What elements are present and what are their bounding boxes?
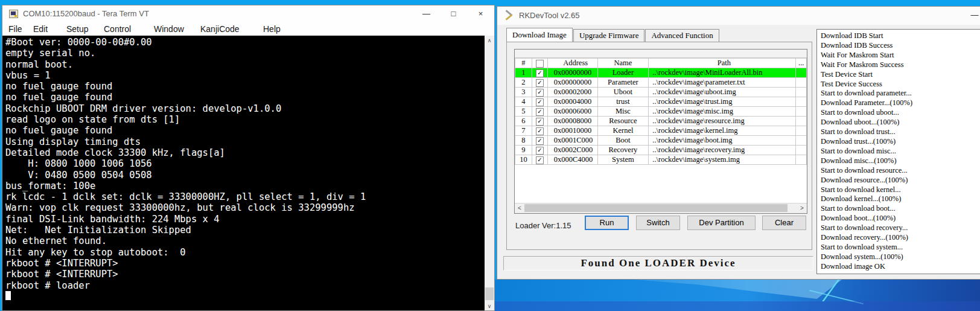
row-checkbox-cell[interactable]: ✓ [532,155,547,165]
row-checkbox-cell[interactable]: ✓ [532,126,547,136]
menu-help[interactable]: Help [263,22,281,36]
table-cell: Boot [597,136,649,146]
terminal-line: Net: Net Initialization Skipped [5,225,485,236]
table-cell: Loader [597,68,649,78]
scroll-up-icon[interactable]: ∧ [485,36,494,46]
table-cell: 0x00002000 [547,88,597,97]
device-status-banner: Found One LOADER Device [503,256,813,271]
table-row[interactable]: 2✓0x00000000Parameter..\rockdev\image\pa… [515,78,807,88]
table-cell: 0x00000000 [547,78,597,88]
table-row[interactable]: 7✓0x00010000Kernel..\rockdev\image\kerne… [515,126,807,136]
table-row[interactable]: 6✓0x00008000Resource..\rockdev\image\res… [515,117,807,126]
table-cell [796,146,807,155]
column-header-address[interactable]: Address [547,59,597,68]
terminal-scrollbar[interactable]: ∧ ∨ [485,36,494,310]
checkbox-icon[interactable]: ✓ [536,137,544,145]
table-cell: ..\rockdev\image\misc.img [649,107,796,117]
row-checkbox-cell[interactable]: ✓ [532,78,547,88]
column-header-index[interactable]: # [515,59,532,68]
table-cell [796,107,807,117]
row-checkbox-cell[interactable]: ✓ [532,88,547,97]
row-checkbox-cell[interactable]: ✓ [532,107,547,117]
tab-upgrade-firmware[interactable]: Upgrade Firmware [573,29,645,42]
dev-partition-button[interactable]: Dev Partition [687,216,756,230]
terminal-cursor [5,291,11,300]
checkbox-icon[interactable]: ✓ [536,156,544,164]
table-cell: Kernel [597,126,649,136]
scroll-right-icon[interactable]: > [797,204,807,213]
checkbox-icon[interactable]: ✓ [536,127,544,135]
log-line: Start to download trust... [821,127,980,137]
table-cell: Uboot [597,88,649,97]
table-cell: 10 [515,155,532,165]
table-cell: ..\rockdev\image\MiniLoaderAll.bin [649,68,796,78]
scrollbar-thumb[interactable] [485,287,494,300]
terminal-line: Detailed mode clock 33300 kHz, flags[a] [5,147,485,158]
run-button[interactable]: Run [585,216,629,230]
table-cell: 2 [515,78,532,88]
scroll-down-icon[interactable]: ∨ [485,301,494,311]
column-header-more[interactable]: ... [796,59,807,68]
log-line: Start to download uboot... [821,108,980,118]
rkdevtool-titlebar[interactable]: RKDevTool v2.65 — [497,7,980,25]
switch-button[interactable]: Switch [636,216,680,230]
scroll-left-icon[interactable]: < [515,204,524,213]
checkbox-icon[interactable]: ✓ [536,79,544,87]
terminal-line: rk lcdc - 1 dclk set: dclk = 33300000HZ,… [5,191,485,202]
table-top-strip [515,50,807,58]
row-checkbox-cell[interactable]: ✓ [532,97,547,107]
log-line: Download boot...(100%) [821,214,980,223]
scrollbar-thumb[interactable] [524,204,788,212]
table-horizontal-scrollbar[interactable]: < > [515,203,807,213]
menu-edit[interactable]: Edit [33,22,48,36]
terminal-line: normal boot. [5,59,485,70]
close-icon[interactable]: × [467,5,494,22]
menu-setup[interactable]: Setup [66,22,89,36]
checkbox-icon[interactable]: ✓ [536,89,544,97]
checkbox-icon[interactable]: ✓ [536,108,544,116]
tera-term-titlebar[interactable]: COM10:115200baud - Tera Term VT — □ × [2,5,494,22]
table-cell [796,88,807,97]
row-checkbox-cell[interactable]: ✓ [532,117,547,126]
tera-term-menubar: File Edit Setup Control Window KanjiCode… [2,22,494,36]
column-header-name[interactable]: Name [597,59,649,68]
minimize-icon[interactable]: — [413,5,440,22]
table-row[interactable]: 9✓0x0002C000Recovery..\rockdev\image\rec… [515,146,807,155]
terminal-output[interactable]: #Boot ver: 0000-00-00#0.00empty serial n… [2,36,485,310]
checkbox-icon[interactable]: ✓ [536,69,544,77]
table-row[interactable]: 5✓0x00006000Misc..\rockdev\image\misc.im… [515,107,807,117]
column-header-path[interactable]: Path [649,59,796,68]
table-cell: 0x0001C000 [547,136,597,146]
checkbox-icon[interactable]: ✓ [536,98,544,106]
table-cell: ..\rockdev\image\trust.img [649,97,796,107]
table-row[interactable]: 8✓0x0001C000Boot..\rockdev\image\boot.im… [515,136,807,146]
log-line: Download uboot...(100%) [821,118,980,127]
table-cell: 0x00004000 [547,97,597,107]
checkbox-icon[interactable]: ✓ [536,118,544,126]
row-checkbox-cell[interactable]: ✓ [532,136,547,146]
table-cell [796,155,807,165]
log-line: Download system...(100%) [821,252,980,262]
menu-window[interactable]: Window [154,22,184,36]
menu-kanjicode[interactable]: KanjiCode [200,22,240,36]
row-checkbox-cell[interactable]: ✓ [532,146,547,155]
minimize-icon[interactable]: — [964,7,980,25]
table-row[interactable]: 4✓0x00004000trust..\rockdev\image\trust.… [515,97,807,107]
log-panel[interactable]: Download IDB StartDownload IDB SuccessWa… [816,29,980,274]
tab-download-image[interactable]: Download Image [506,28,573,42]
log-line: Download IDB Start [821,31,980,41]
table-cell [796,117,807,126]
row-checkbox-cell[interactable]: ✓ [532,68,547,78]
menu-control[interactable]: Control [104,22,131,36]
menu-file[interactable]: File [8,22,22,36]
clear-button[interactable]: Clear [762,216,806,230]
tab-advanced-function[interactable]: Advanced Function [645,29,719,42]
maximize-icon[interactable]: □ [440,5,467,22]
checkbox-icon[interactable]: ✓ [536,147,544,155]
checkbox-icon[interactable] [536,60,544,68]
table-row[interactable]: 10✓0x000C4000System..\rockdev\image\syst… [515,155,807,165]
column-header-checkbox[interactable] [532,59,547,68]
taskbar[interactable] [495,301,980,311]
table-row[interactable]: 1✓0x00000000Loader..\rockdev\image\MiniL… [515,68,807,78]
table-row[interactable]: 3✓0x00002000Uboot..\rockdev\image\uboot.… [515,88,807,97]
